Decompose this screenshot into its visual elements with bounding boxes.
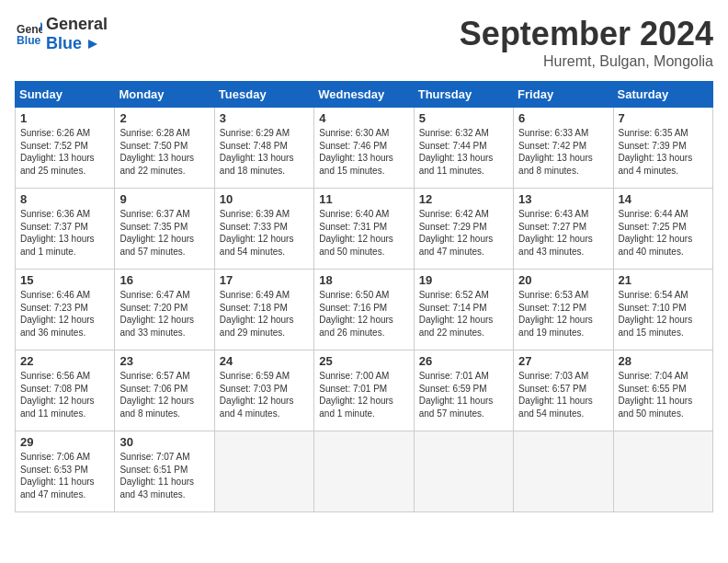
day-number: 17	[220, 273, 309, 287]
cell-info: Sunrise: 6:42 AM Sunset: 7:29 PM Dayligh…	[419, 208, 508, 258]
cell-info: Sunrise: 6:33 AM Sunset: 7:42 PM Dayligh…	[518, 127, 608, 177]
calendar-cell	[414, 431, 513, 512]
calendar-cell: 29Sunrise: 7:06 AM Sunset: 6:53 PM Dayli…	[16, 431, 115, 512]
day-number: 1	[20, 111, 109, 125]
logo-icon: General Blue	[17, 21, 42, 47]
calendar-cell: 13Sunrise: 6:43 AM Sunset: 7:27 PM Dayli…	[514, 189, 613, 270]
calendar-cell: 15Sunrise: 6:46 AM Sunset: 7:23 PM Dayli…	[16, 270, 115, 350]
cell-info: Sunrise: 6:30 AM Sunset: 7:46 PM Dayligh…	[319, 127, 408, 177]
cell-info: Sunrise: 6:56 AM Sunset: 7:08 PM Dayligh…	[20, 370, 109, 419]
logo-arrow	[86, 38, 99, 51]
table-row: 1Sunrise: 6:26 AM Sunset: 7:52 PM Daylig…	[16, 108, 713, 189]
calendar-cell: 25Sunrise: 7:00 AM Sunset: 7:01 PM Dayli…	[314, 350, 414, 431]
calendar-cell: 19Sunrise: 6:52 AM Sunset: 7:14 PM Dayli…	[414, 270, 513, 350]
calendar-cell: 30Sunrise: 7:07 AM Sunset: 6:51 PM Dayli…	[115, 431, 214, 512]
col-tuesday: Tuesday	[214, 82, 313, 108]
cell-info: Sunrise: 6:29 AM Sunset: 7:48 PM Dayligh…	[220, 127, 309, 177]
day-number: 5	[419, 111, 508, 125]
day-number: 22	[20, 354, 109, 368]
table-row: 29Sunrise: 7:06 AM Sunset: 6:53 PM Dayli…	[16, 431, 713, 512]
col-wednesday: Wednesday	[314, 82, 414, 108]
calendar-cell: 18Sunrise: 6:50 AM Sunset: 7:16 PM Dayli…	[314, 270, 414, 350]
cell-info: Sunrise: 6:32 AM Sunset: 7:44 PM Dayligh…	[419, 127, 508, 177]
day-number: 9	[119, 192, 209, 206]
day-number: 29	[20, 435, 109, 449]
day-number: 24	[220, 354, 309, 368]
day-number: 27	[518, 354, 608, 368]
calendar-cell	[514, 431, 613, 512]
logo-blue: Blue	[46, 34, 108, 53]
day-number: 30	[119, 435, 209, 449]
cell-info: Sunrise: 6:39 AM Sunset: 7:33 PM Dayligh…	[220, 208, 309, 258]
month-title: September 2024	[460, 15, 713, 53]
calendar-cell: 9Sunrise: 6:37 AM Sunset: 7:35 PM Daylig…	[115, 189, 214, 270]
cell-info: Sunrise: 7:03 AM Sunset: 6:57 PM Dayligh…	[518, 370, 608, 419]
calendar-cell: 24Sunrise: 6:59 AM Sunset: 7:03 PM Dayli…	[214, 350, 313, 431]
calendar-cell: 22Sunrise: 6:56 AM Sunset: 7:08 PM Dayli…	[16, 350, 115, 431]
cell-info: Sunrise: 6:43 AM Sunset: 7:27 PM Dayligh…	[518, 208, 608, 258]
svg-marker-3	[88, 40, 97, 49]
location: Huremt, Bulgan, Mongolia	[460, 53, 713, 70]
calendar-cell: 28Sunrise: 7:04 AM Sunset: 6:55 PM Dayli…	[613, 350, 712, 431]
day-number: 4	[319, 111, 408, 125]
cell-info: Sunrise: 6:44 AM Sunset: 7:25 PM Dayligh…	[619, 208, 708, 258]
col-saturday: Saturday	[613, 82, 712, 108]
logo: General Blue General Blue	[15, 15, 108, 52]
table-row: 15Sunrise: 6:46 AM Sunset: 7:23 PM Dayli…	[16, 270, 713, 350]
calendar-cell: 17Sunrise: 6:49 AM Sunset: 7:18 PM Dayli…	[214, 270, 313, 350]
cell-info: Sunrise: 7:00 AM Sunset: 7:01 PM Dayligh…	[319, 370, 408, 419]
svg-text:Blue: Blue	[17, 34, 41, 47]
cell-info: Sunrise: 7:01 AM Sunset: 6:59 PM Dayligh…	[419, 370, 508, 419]
calendar-cell: 16Sunrise: 6:47 AM Sunset: 7:20 PM Dayli…	[115, 270, 214, 350]
day-number: 15	[20, 273, 109, 287]
day-number: 25	[319, 354, 408, 368]
calendar-cell: 3Sunrise: 6:29 AM Sunset: 7:48 PM Daylig…	[214, 108, 313, 189]
title-block: September 2024 Huremt, Bulgan, Mongolia	[460, 15, 713, 70]
cell-info: Sunrise: 6:26 AM Sunset: 7:52 PM Dayligh…	[20, 127, 109, 177]
day-number: 7	[619, 111, 708, 125]
day-number: 14	[619, 192, 708, 206]
cell-info: Sunrise: 6:52 AM Sunset: 7:14 PM Dayligh…	[419, 289, 508, 339]
calendar-cell: 7Sunrise: 6:35 AM Sunset: 7:39 PM Daylig…	[613, 108, 712, 189]
day-number: 11	[319, 192, 408, 206]
cell-info: Sunrise: 6:46 AM Sunset: 7:23 PM Dayligh…	[20, 289, 109, 339]
table-row: 8Sunrise: 6:36 AM Sunset: 7:37 PM Daylig…	[16, 189, 713, 270]
day-number: 6	[518, 111, 608, 125]
day-number: 23	[119, 354, 209, 368]
calendar-cell: 20Sunrise: 6:53 AM Sunset: 7:12 PM Dayli…	[514, 270, 613, 350]
page-header: General Blue General Blue September 2024…	[15, 15, 713, 70]
calendar-cell: 11Sunrise: 6:40 AM Sunset: 7:31 PM Dayli…	[314, 189, 414, 270]
calendar-cell: 4Sunrise: 6:30 AM Sunset: 7:46 PM Daylig…	[314, 108, 414, 189]
cell-info: Sunrise: 6:28 AM Sunset: 7:50 PM Dayligh…	[119, 127, 209, 177]
calendar-cell: 5Sunrise: 6:32 AM Sunset: 7:44 PM Daylig…	[414, 108, 513, 189]
cell-info: Sunrise: 6:54 AM Sunset: 7:10 PM Dayligh…	[619, 289, 708, 339]
day-number: 28	[619, 354, 708, 368]
calendar-table: Sunday Monday Tuesday Wednesday Thursday…	[15, 81, 713, 512]
table-row: 22Sunrise: 6:56 AM Sunset: 7:08 PM Dayli…	[16, 350, 713, 431]
cell-info: Sunrise: 6:53 AM Sunset: 7:12 PM Dayligh…	[518, 289, 608, 339]
cell-info: Sunrise: 6:49 AM Sunset: 7:18 PM Dayligh…	[220, 289, 309, 339]
cell-info: Sunrise: 7:07 AM Sunset: 6:51 PM Dayligh…	[119, 451, 209, 500]
calendar-cell: 27Sunrise: 7:03 AM Sunset: 6:57 PM Dayli…	[514, 350, 613, 431]
day-number: 21	[619, 273, 708, 287]
day-number: 18	[319, 273, 408, 287]
calendar-cell: 26Sunrise: 7:01 AM Sunset: 6:59 PM Dayli…	[414, 350, 513, 431]
day-number: 13	[518, 192, 608, 206]
col-monday: Monday	[115, 82, 214, 108]
day-number: 20	[518, 273, 608, 287]
day-number: 19	[419, 273, 508, 287]
calendar-cell: 2Sunrise: 6:28 AM Sunset: 7:50 PM Daylig…	[115, 108, 214, 189]
day-number: 2	[119, 111, 209, 125]
day-number: 3	[220, 111, 309, 125]
calendar-cell: 1Sunrise: 6:26 AM Sunset: 7:52 PM Daylig…	[16, 108, 115, 189]
cell-info: Sunrise: 6:36 AM Sunset: 7:37 PM Dayligh…	[20, 208, 109, 258]
calendar-cell	[613, 431, 712, 512]
col-sunday: Sunday	[16, 82, 115, 108]
cell-info: Sunrise: 7:04 AM Sunset: 6:55 PM Dayligh…	[619, 370, 708, 419]
col-friday: Friday	[514, 82, 613, 108]
cell-info: Sunrise: 6:47 AM Sunset: 7:20 PM Dayligh…	[119, 289, 209, 339]
calendar-cell: 23Sunrise: 6:57 AM Sunset: 7:06 PM Dayli…	[115, 350, 214, 431]
cell-info: Sunrise: 6:37 AM Sunset: 7:35 PM Dayligh…	[119, 208, 209, 258]
day-number: 8	[20, 192, 109, 206]
day-number: 12	[419, 192, 508, 206]
